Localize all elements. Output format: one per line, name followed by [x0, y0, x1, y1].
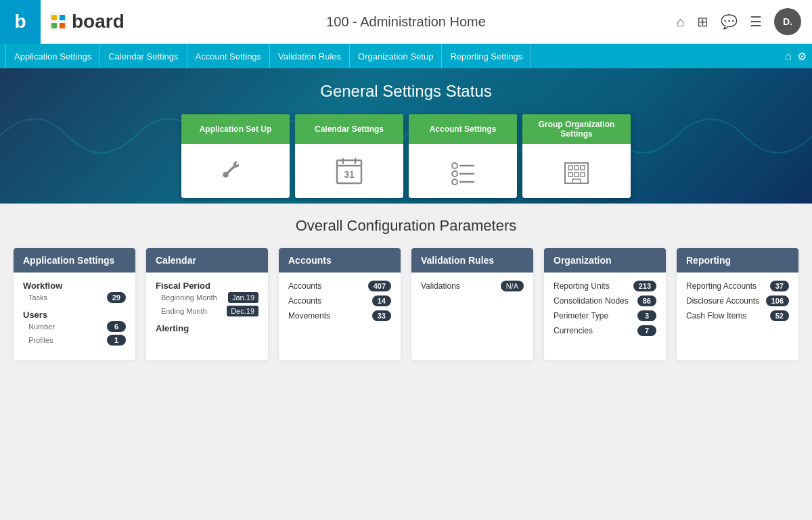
cash-flow-items-item: Cash Flow Items 52 [686, 310, 789, 321]
ending-month-item: Ending Month Dec.19 [156, 306, 258, 316]
config-card-application-header: Application Settings [14, 248, 135, 273]
navbar-right-icons: ⌂ ⚙ [785, 50, 807, 63]
menu-icon[interactable]: ☰ [750, 14, 762, 30]
hero-card-calendar[interactable]: Calendar Settings 31 [295, 114, 403, 198]
svg-rect-0 [49, 12, 68, 31]
number-label: Number [28, 323, 55, 331]
network-icon[interactable]: ⊞ [697, 14, 708, 30]
hero-title: General Settings Status [320, 82, 491, 101]
brand: board [49, 11, 125, 32]
wrench-icon [221, 156, 250, 186]
svg-rect-22 [574, 172, 579, 176]
main-content: Overall Configuration Parameters Applica… [0, 204, 812, 374]
number-item: Number 6 [23, 321, 126, 332]
config-card-calendar-header: Calendar [146, 248, 268, 273]
hero-card-account-header: Account Settings [409, 114, 517, 144]
alerting-group: Alerting [156, 323, 258, 333]
hero-section: General Settings Status Application Set … [0, 68, 812, 204]
workflow-group: Workflow Tasks 29 [23, 281, 126, 303]
header-icons: ⌂ ⊞ 💬 ☰ D. [677, 8, 801, 35]
consolidation-nodes-item: Consolidation Nodes 86 [554, 296, 656, 306]
movements-item: Movements 33 [288, 310, 391, 321]
svg-point-5 [225, 172, 227, 174]
perimeter-type-item: Perimeter Type 3 [554, 310, 656, 321]
svg-rect-23 [581, 172, 585, 176]
profiles-label: Profiles [28, 336, 53, 344]
avatar[interactable]: D. [774, 8, 801, 35]
accounts-407-badge: 407 [368, 281, 391, 291]
logo-blue-bg: b [0, 0, 41, 44]
nav-calendar-settings[interactable]: Calendar Settings [100, 44, 187, 68]
beginning-month-label: Beginning Month [161, 293, 217, 302]
page-title: 100 - Administration Home [326, 14, 486, 30]
currencies-badge: 7 [637, 325, 656, 336]
config-card-calendar-body: Fiscal Period Beginning Month Jan.19 End… [146, 273, 268, 348]
hero-card-group-org-header: Group Organization Settings [522, 114, 631, 144]
config-card-reporting-body: Reporting Accounts 37 Disclosure Account… [677, 273, 798, 333]
disclosure-accounts-label: Disclosure Accounts [686, 296, 759, 306]
nav-reporting-settings[interactable]: Reporting Settings [442, 44, 531, 68]
config-card-organization-body: Reporting Units 213 Consolidation Nodes … [544, 273, 666, 348]
config-card-organization-header: Organization [544, 248, 666, 273]
board-logo-icon [49, 12, 68, 31]
config-card-application-body: Workflow Tasks 29 Users Number 6 Profile… [14, 273, 135, 360]
consolidation-nodes-badge: 86 [637, 296, 656, 306]
reporting-accounts-item: Reporting Accounts 37 [686, 281, 789, 291]
hero-card-account[interactable]: Account Settings [409, 114, 517, 198]
users-label: Users [23, 310, 126, 320]
nav-validation-rules[interactable]: Validation Rules [270, 44, 350, 68]
brand-name: board [72, 11, 125, 32]
svg-rect-18 [568, 166, 572, 170]
alerting-label: Alerting [156, 323, 258, 333]
reporting-units-item: Reporting Units 213 [554, 281, 656, 291]
validations-item: Validations N/A [421, 281, 524, 291]
reporting-units-badge: 213 [633, 281, 656, 291]
navbar: Application Settings Calendar Settings A… [0, 44, 812, 68]
nav-application-settings[interactable]: Application Settings [5, 44, 100, 68]
config-card-accounts-header: Accounts [279, 248, 401, 273]
svg-rect-2 [60, 15, 65, 20]
hero-card-appsetup[interactable]: Application Set Up [181, 114, 290, 198]
overall-config-title: Overall Configuration Parameters [14, 217, 798, 235]
movements-label: Movements [288, 311, 330, 321]
validations-badge: N/A [501, 281, 524, 291]
currencies-item: Currencies 7 [554, 325, 656, 336]
config-card-validation-body: Validations N/A [411, 273, 533, 304]
number-badge: 6 [107, 321, 126, 332]
chat-icon[interactable]: 💬 [721, 14, 738, 30]
nav-organization-setup[interactable]: Organization Setup [350, 44, 442, 68]
settings-nav-icon[interactable]: ⚙ [797, 50, 807, 63]
nav-account-settings[interactable]: Account Settings [187, 44, 271, 68]
building-icon [562, 156, 591, 186]
fiscal-period-label: Fiscal Period [156, 281, 258, 291]
home-icon[interactable]: ⌂ [677, 14, 685, 30]
svg-text:31: 31 [344, 169, 355, 180]
validations-label: Validations [421, 281, 460, 291]
header: b board 100 - Administration Home ⌂ ⊞ 💬 … [0, 0, 812, 44]
consolidation-nodes-label: Consolidation Nodes [554, 296, 629, 306]
accounts-407-item: Accounts 407 [288, 281, 391, 291]
accounts-407-label: Accounts [288, 281, 321, 291]
svg-point-15 [452, 179, 457, 185]
ending-month-label: Ending Month [161, 307, 207, 315]
config-card-accounts-body: Accounts 407 Accounts 14 Movements 33 [279, 273, 401, 333]
tasks-item: Tasks 29 [23, 292, 126, 303]
reporting-accounts-badge: 37 [770, 281, 789, 291]
reporting-units-label: Reporting Units [554, 281, 610, 291]
cash-flow-items-label: Cash Flow Items [686, 311, 746, 321]
hero-card-group-org[interactable]: Group Organization Settings [522, 114, 631, 198]
config-card-reporting: Reporting Reporting Accounts 37 Disclosu… [677, 248, 798, 360]
config-card-accounts: Accounts Accounts 407 Accounts 14 Moveme… [279, 248, 401, 360]
beginning-month-item: Beginning Month Jan.19 [156, 292, 258, 303]
svg-rect-3 [51, 23, 57, 28]
accounts-14-badge: 14 [372, 296, 391, 306]
account-settings-icon [448, 156, 478, 186]
hero-card-calendar-header: Calendar Settings [295, 114, 403, 144]
logo-letter: b [14, 11, 26, 32]
tasks-badge: 29 [107, 292, 126, 303]
home-nav-icon[interactable]: ⌂ [785, 50, 792, 63]
svg-rect-20 [581, 166, 585, 170]
config-card-reporting-header: Reporting [677, 248, 798, 273]
profiles-item: Profiles 1 [23, 335, 126, 346]
disclosure-accounts-item: Disclosure Accounts 106 [686, 296, 789, 306]
